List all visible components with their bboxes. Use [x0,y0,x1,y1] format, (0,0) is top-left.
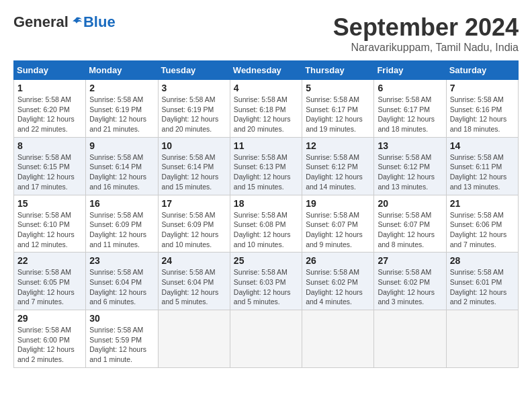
calendar-cell: 13Sunrise: 5:58 AM Sunset: 6:12 PM Dayli… [374,137,446,195]
calendar-cell: 14Sunrise: 5:58 AM Sunset: 6:11 PM Dayli… [446,137,518,195]
day-info: Sunrise: 5:58 AM Sunset: 6:09 PM Dayligh… [89,210,154,250]
calendar-cell [446,310,518,368]
month-title: September 2024 [333,13,519,42]
day-number: 16 [89,198,154,209]
calendar-cell: 24Sunrise: 5:58 AM Sunset: 6:04 PM Dayli… [158,253,230,310]
calendar-cell: 18Sunrise: 5:58 AM Sunset: 6:08 PM Dayli… [230,195,302,253]
calendar-cell: 23Sunrise: 5:58 AM Sunset: 6:04 PM Dayli… [86,253,158,310]
day-info: Sunrise: 5:58 AM Sunset: 5:59 PM Dayligh… [89,325,154,365]
header-friday: Friday [374,61,446,80]
calendar-cell: 9Sunrise: 5:58 AM Sunset: 6:14 PM Daylig… [86,137,158,195]
calendar-cell [230,310,302,368]
day-number: 19 [306,198,370,209]
day-number: 24 [162,255,226,266]
logo-bird-icon [70,15,83,29]
day-info: Sunrise: 5:58 AM Sunset: 6:02 PM Dayligh… [378,267,442,307]
calendar-cell [302,310,374,368]
day-info: Sunrise: 5:58 AM Sunset: 6:09 PM Dayligh… [162,210,226,250]
day-number: 10 [162,140,226,151]
day-info: Sunrise: 5:58 AM Sunset: 6:14 PM Dayligh… [89,152,154,192]
day-number: 28 [450,255,515,266]
calendar-cell: 2Sunrise: 5:58 AM Sunset: 6:19 PM Daylig… [86,80,158,138]
calendar-week-5: 29Sunrise: 5:58 AM Sunset: 6:00 PM Dayli… [14,310,519,368]
calendar-cell: 12Sunrise: 5:58 AM Sunset: 6:12 PM Dayli… [302,137,374,195]
logo-blue: Blue [83,13,116,31]
calendar-cell: 26Sunrise: 5:58 AM Sunset: 6:02 PM Dayli… [302,253,374,310]
day-number: 29 [17,313,82,324]
logo: General Blue [13,13,116,31]
day-number: 21 [450,198,515,209]
day-info: Sunrise: 5:58 AM Sunset: 6:20 PM Dayligh… [17,95,82,134]
day-info: Sunrise: 5:58 AM Sunset: 6:15 PM Dayligh… [17,152,82,192]
day-info: Sunrise: 5:58 AM Sunset: 6:19 PM Dayligh… [162,95,226,134]
calendar-cell: 11Sunrise: 5:58 AM Sunset: 6:13 PM Dayli… [230,137,302,195]
day-info: Sunrise: 5:58 AM Sunset: 6:12 PM Dayligh… [306,152,370,192]
calendar-cell: 16Sunrise: 5:58 AM Sunset: 6:09 PM Dayli… [86,195,158,253]
calendar-cell: 15Sunrise: 5:58 AM Sunset: 6:10 PM Dayli… [14,195,86,253]
day-info: Sunrise: 5:58 AM Sunset: 6:14 PM Dayligh… [162,152,226,192]
header-tuesday: Tuesday [158,61,230,80]
calendar-cell: 25Sunrise: 5:58 AM Sunset: 6:03 PM Dayli… [230,253,302,310]
day-number: 3 [162,83,226,93]
day-number: 23 [89,255,154,266]
day-number: 8 [17,140,82,151]
calendar-cell: 21Sunrise: 5:58 AM Sunset: 6:06 PM Dayli… [446,195,518,253]
calendar-week-1: 1Sunrise: 5:58 AM Sunset: 6:20 PM Daylig… [14,80,519,138]
day-info: Sunrise: 5:58 AM Sunset: 6:17 PM Dayligh… [306,95,370,134]
calendar-cell: 8Sunrise: 5:58 AM Sunset: 6:15 PM Daylig… [14,137,86,195]
calendar-cell: 27Sunrise: 5:58 AM Sunset: 6:02 PM Dayli… [374,253,446,310]
day-info: Sunrise: 5:58 AM Sunset: 6:01 PM Dayligh… [450,267,515,307]
header-monday: Monday [86,61,158,80]
day-info: Sunrise: 5:58 AM Sunset: 6:02 PM Dayligh… [306,267,370,307]
calendar-cell: 10Sunrise: 5:58 AM Sunset: 6:14 PM Dayli… [158,137,230,195]
day-number: 20 [378,198,442,209]
day-number: 25 [234,255,298,266]
calendar-cell: 1Sunrise: 5:58 AM Sunset: 6:20 PM Daylig… [14,80,86,138]
calendar-cell: 7Sunrise: 5:58 AM Sunset: 6:16 PM Daylig… [446,80,518,138]
day-number: 17 [162,198,226,209]
day-number: 15 [17,198,82,209]
day-info: Sunrise: 5:58 AM Sunset: 6:08 PM Dayligh… [234,210,298,250]
calendar-cell: 30Sunrise: 5:58 AM Sunset: 5:59 PM Dayli… [86,310,158,368]
day-number: 18 [234,198,298,209]
day-number: 14 [450,140,515,151]
title-area: September 2024 Naravarikuppam, Tamil Nad… [333,13,519,54]
page-header: General Blue September 2024 Naravarikupp… [13,13,519,54]
day-number: 26 [306,255,370,266]
calendar-cell [374,310,446,368]
location: Naravarikuppam, Tamil Nadu, India [333,42,519,54]
calendar-table: SundayMondayTuesdayWednesdayThursdayFrid… [13,60,519,368]
calendar-cell: 3Sunrise: 5:58 AM Sunset: 6:19 PM Daylig… [158,80,230,138]
day-info: Sunrise: 5:58 AM Sunset: 6:04 PM Dayligh… [162,267,226,307]
day-number: 6 [378,83,442,93]
day-number: 2 [89,83,154,93]
day-number: 30 [89,313,154,324]
day-number: 1 [17,83,82,93]
calendar-cell: 28Sunrise: 5:58 AM Sunset: 6:01 PM Dayli… [446,253,518,310]
calendar-cell: 17Sunrise: 5:58 AM Sunset: 6:09 PM Dayli… [158,195,230,253]
day-info: Sunrise: 5:58 AM Sunset: 6:06 PM Dayligh… [450,210,515,250]
day-info: Sunrise: 5:58 AM Sunset: 6:12 PM Dayligh… [378,152,442,192]
day-info: Sunrise: 5:58 AM Sunset: 6:00 PM Dayligh… [17,325,82,365]
calendar-cell: 20Sunrise: 5:58 AM Sunset: 6:07 PM Dayli… [374,195,446,253]
day-info: Sunrise: 5:58 AM Sunset: 6:19 PM Dayligh… [89,95,154,134]
calendar-cell: 29Sunrise: 5:58 AM Sunset: 6:00 PM Dayli… [14,310,86,368]
calendar-cell: 19Sunrise: 5:58 AM Sunset: 6:07 PM Dayli… [302,195,374,253]
day-info: Sunrise: 5:58 AM Sunset: 6:07 PM Dayligh… [306,210,370,250]
header-saturday: Saturday [446,61,518,80]
day-info: Sunrise: 5:58 AM Sunset: 6:04 PM Dayligh… [89,267,154,307]
day-number: 4 [234,83,298,93]
day-number: 22 [17,255,82,266]
day-number: 9 [89,140,154,151]
day-info: Sunrise: 5:58 AM Sunset: 6:17 PM Dayligh… [378,95,442,134]
calendar-cell: 4Sunrise: 5:58 AM Sunset: 6:18 PM Daylig… [230,80,302,138]
day-info: Sunrise: 5:58 AM Sunset: 6:16 PM Dayligh… [450,95,515,134]
day-info: Sunrise: 5:58 AM Sunset: 6:05 PM Dayligh… [17,267,82,307]
day-info: Sunrise: 5:58 AM Sunset: 6:18 PM Dayligh… [234,95,298,134]
day-number: 27 [378,255,442,266]
calendar-cell: 22Sunrise: 5:58 AM Sunset: 6:05 PM Dayli… [14,253,86,310]
day-info: Sunrise: 5:58 AM Sunset: 6:13 PM Dayligh… [234,152,298,192]
day-info: Sunrise: 5:58 AM Sunset: 6:03 PM Dayligh… [234,267,298,307]
day-info: Sunrise: 5:58 AM Sunset: 6:07 PM Dayligh… [378,210,442,250]
day-number: 5 [306,83,370,93]
